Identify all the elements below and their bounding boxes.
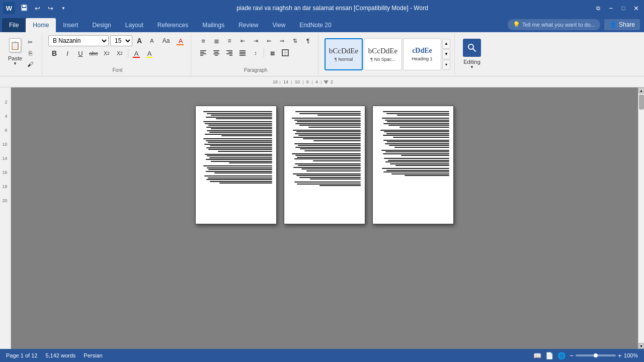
tab-design[interactable]: Design bbox=[85, 18, 118, 32]
restore-button[interactable]: ⧉ bbox=[592, 3, 604, 14]
tab-endnote[interactable]: EndNote 20 bbox=[292, 18, 338, 32]
word-logo: W bbox=[3, 2, 15, 14]
quick-access-dropdown[interactable]: ▼ bbox=[57, 3, 69, 14]
status-bar: Page 1 of 12 5,142 words Persian 📖 📄 🌐 −… bbox=[0, 349, 644, 362]
zoom-in-button[interactable]: + bbox=[618, 352, 622, 359]
scrollbar-vertical[interactable]: ▲ ▼ bbox=[638, 87, 644, 349]
style-normal[interactable]: bCcDdEe ¶ Normal bbox=[325, 38, 363, 70]
tab-file[interactable]: File bbox=[2, 18, 26, 32]
styles-scroll-up[interactable]: ▲ bbox=[442, 39, 450, 49]
paragraph-label: Paragraph bbox=[197, 67, 314, 73]
text-color-button[interactable]: A bbox=[130, 48, 142, 59]
clipboard-section: 📋 Paste ▼ ✂ ⎘ 🖌 bbox=[2, 33, 42, 75]
line-spacing-button[interactable]: ↕ bbox=[250, 47, 262, 58]
tab-mailings[interactable]: Mailings bbox=[195, 18, 231, 32]
maximize-button[interactable]: □ bbox=[617, 3, 629, 14]
decrease-indent-button[interactable]: ⇤ bbox=[236, 35, 249, 46]
page-1-content bbox=[196, 106, 276, 191]
save-button[interactable] bbox=[18, 3, 30, 14]
language: Persian bbox=[84, 352, 102, 358]
font-grow-button[interactable]: A bbox=[134, 35, 145, 46]
tab-view[interactable]: View bbox=[266, 18, 293, 32]
home-ribbon: 📋 Paste ▼ ✂ ⎘ 🖌 B Nazanin 15 A A Aa A bbox=[0, 32, 644, 76]
svg-rect-2 bbox=[22, 8, 26, 10]
page-3 bbox=[372, 106, 454, 224]
sort-button[interactable]: ⇅ bbox=[289, 35, 301, 46]
font-controls-row2: B I U abc X2 X2 A A bbox=[48, 48, 187, 59]
multilevel-button[interactable]: ≡ bbox=[223, 35, 235, 46]
increase-indent-button[interactable]: ⇥ bbox=[250, 35, 262, 46]
numbering-button[interactable]: ≣ bbox=[210, 35, 222, 46]
zoom-thumb bbox=[594, 353, 598, 357]
format-painter-button[interactable]: 🖌 bbox=[25, 59, 35, 69]
styles-section: bCcDdEe ¶ Normal bCcDdEe ¶ No Spac... cD… bbox=[320, 33, 455, 75]
document-area[interactable] bbox=[11, 87, 638, 349]
tab-layout[interactable]: Layout bbox=[118, 18, 150, 32]
paragraph-row1: ≡ ≣ ≡ ⇤ ⇥ ⇐ ⇒ ⇅ ¶ bbox=[197, 35, 314, 46]
scroll-thumb[interactable] bbox=[639, 95, 644, 110]
view-web-button[interactable]: 🌐 bbox=[557, 352, 566, 359]
align-right-button[interactable] bbox=[223, 47, 235, 58]
tab-home[interactable]: Home bbox=[26, 18, 56, 32]
zoom-out-button[interactable]: − bbox=[570, 352, 574, 359]
ltr-button[interactable]: ⇒ bbox=[276, 35, 288, 46]
center-button[interactable] bbox=[210, 47, 222, 58]
paragraph-row2: ↕ ▦ bbox=[197, 47, 314, 58]
tell-me-search[interactable]: 💡 Tell me what you want to do... bbox=[508, 19, 600, 30]
borders-button[interactable] bbox=[279, 47, 291, 58]
undo-button[interactable]: ↩ bbox=[31, 3, 43, 14]
page-2-content bbox=[284, 106, 365, 192]
editing-dropdown[interactable]: ▼ bbox=[470, 65, 474, 69]
redo-button[interactable]: ↪ bbox=[44, 3, 56, 14]
highlight-button[interactable]: A bbox=[143, 48, 155, 59]
close-button[interactable]: ✕ bbox=[630, 3, 642, 14]
bullets-button[interactable]: ≡ bbox=[197, 35, 209, 46]
font-shrink-button[interactable]: A bbox=[146, 35, 157, 46]
share-button[interactable]: 👤 Share bbox=[604, 19, 640, 30]
view-read-button[interactable]: 📖 bbox=[533, 352, 541, 359]
font-section-label: Font bbox=[48, 67, 187, 73]
show-marks-button[interactable]: ¶ bbox=[302, 35, 314, 46]
tab-insert[interactable]: Insert bbox=[56, 18, 85, 32]
page-3-content bbox=[373, 106, 453, 183]
view-layout-button[interactable]: 📄 bbox=[545, 352, 553, 359]
strikethrough-button[interactable]: abc bbox=[88, 48, 100, 59]
scroll-up-button[interactable]: ▲ bbox=[638, 87, 645, 94]
minimize-button[interactable]: − bbox=[605, 3, 617, 14]
shading-button[interactable]: ▦ bbox=[266, 47, 278, 58]
page-2 bbox=[284, 106, 365, 224]
svg-rect-1 bbox=[23, 5, 26, 7]
font-name-select[interactable]: B Nazanin bbox=[48, 35, 109, 46]
cut-button[interactable]: ✂ bbox=[25, 37, 35, 47]
style-heading1[interactable]: cDdEe Heading 1 bbox=[403, 38, 441, 70]
word-count: 5,142 words bbox=[45, 352, 75, 358]
font-size-select[interactable]: 15 bbox=[110, 35, 132, 46]
page-1 bbox=[195, 106, 277, 224]
zoom-percent: 100% bbox=[624, 352, 638, 358]
align-left-button[interactable] bbox=[197, 47, 209, 58]
page-info: Page 1 of 12 bbox=[6, 352, 37, 358]
justify-button[interactable] bbox=[236, 47, 249, 58]
superscript-button[interactable]: X2 bbox=[114, 48, 126, 59]
underline-button[interactable]: U bbox=[74, 48, 87, 59]
styles-scroll-down[interactable]: ▼ bbox=[442, 49, 450, 59]
paste-button[interactable]: 📋 Paste ▼ bbox=[6, 35, 24, 66]
scroll-down-button[interactable]: ▼ bbox=[638, 343, 645, 349]
style-no-spacing[interactable]: bCcDdEe ¶ No Spac... bbox=[364, 38, 402, 70]
document-title: piade ravi va naghsh an dar salamat ensa… bbox=[72, 5, 592, 12]
bold-button[interactable]: B bbox=[48, 48, 60, 59]
change-case-button[interactable]: Aa bbox=[159, 35, 173, 46]
zoom-slider[interactable] bbox=[576, 354, 616, 356]
editing-button[interactable] bbox=[463, 39, 481, 57]
tab-review[interactable]: Review bbox=[231, 18, 265, 32]
italic-button[interactable]: I bbox=[61, 48, 73, 59]
tab-references[interactable]: References bbox=[150, 18, 195, 32]
clear-formatting-button[interactable]: A bbox=[175, 35, 187, 46]
styles-scroll-buttons: ▲ ▼ ▾ bbox=[442, 38, 450, 70]
rtl-button[interactable]: ⇐ bbox=[263, 35, 275, 46]
subscript-button[interactable]: X2 bbox=[101, 48, 113, 59]
ribbon-tabs: File Home Insert Design Layout Reference… bbox=[0, 16, 644, 32]
copy-button[interactable]: ⎘ bbox=[25, 48, 35, 58]
pages-container bbox=[185, 96, 464, 234]
styles-expand[interactable]: ▾ bbox=[442, 60, 450, 70]
